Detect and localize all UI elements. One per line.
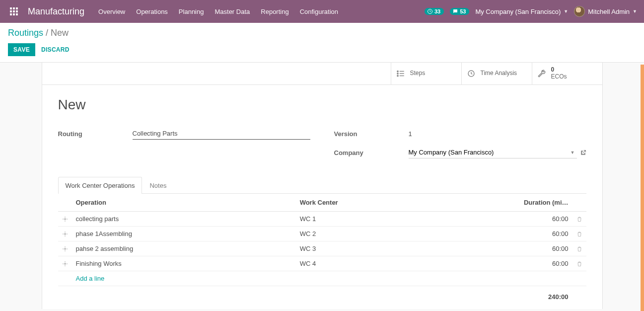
chat-icon (452, 8, 458, 14)
col-work-center: Work Center (296, 194, 518, 212)
breadcrumb: Routings / New (8, 28, 636, 38)
col-duration: Duration (mi… (518, 194, 572, 212)
svg-point-14 (397, 73, 398, 74)
cell-work-center: WC 1 (296, 212, 518, 227)
version-label: Version (334, 130, 409, 138)
col-operation: Operation (72, 194, 296, 212)
company-switcher[interactable]: My Company (San Francisco) ▼ (475, 8, 568, 15)
cell-operation: collecting parts (72, 212, 296, 227)
activity-badge[interactable]: 33 (425, 8, 444, 15)
cell-work-center: WC 2 (296, 227, 518, 241)
table-row[interactable]: collecting partsWC 160:00 (58, 212, 586, 227)
table-row[interactable]: phase 1AssemblingWC 260:00 (58, 227, 586, 241)
delete-row-icon[interactable] (572, 241, 586, 256)
breadcrumb-root[interactable]: Routings (8, 28, 43, 38)
stat-ecos-label: ECOs (551, 73, 567, 80)
svg-rect-3 (10, 10, 12, 12)
nav-reporting[interactable]: Reporting (256, 1, 293, 22)
total-duration: 240:00 (518, 286, 572, 305)
stat-ecos[interactable]: 0ECOs (532, 63, 602, 84)
stat-time-label: Time Analysis (481, 70, 517, 77)
discard-button[interactable]: Discard (41, 46, 70, 53)
svg-point-13 (397, 71, 398, 72)
company-input[interactable] (409, 147, 569, 158)
stat-ecos-count: 0 (551, 66, 555, 73)
cell-operation: Finishing Works (72, 256, 296, 271)
drag-handle-icon[interactable] (58, 227, 72, 241)
cell-operation: phase 1Assembling (72, 227, 296, 241)
stat-buttons: Steps Time Analysis 0ECOs (42, 63, 602, 85)
svg-rect-0 (10, 7, 12, 9)
svg-rect-7 (13, 13, 15, 15)
activity-count: 33 (434, 8, 440, 14)
breadcrumb-sep: / (46, 28, 48, 38)
company-select[interactable]: ▼ (409, 147, 577, 158)
chevron-down-icon: ▼ (633, 9, 637, 14)
svg-rect-2 (16, 7, 18, 9)
nav-master-data[interactable]: Master Data (210, 1, 255, 22)
list-icon (396, 69, 406, 78)
operations-table: Operation Work Center Duration (mi… coll… (58, 194, 586, 304)
clock-icon (427, 8, 433, 14)
svg-rect-4 (13, 10, 15, 12)
svg-rect-1 (13, 7, 15, 9)
app-brand[interactable]: Manufacturing (28, 6, 84, 17)
breadcrumb-current: New (51, 28, 69, 38)
chevron-down-icon: ▼ (564, 9, 568, 14)
save-button[interactable]: Save (8, 43, 35, 56)
stat-steps[interactable]: Steps (391, 63, 461, 84)
nav-menu: Overview Operations Planning Master Data… (93, 1, 343, 22)
messages-badge[interactable]: 53 (450, 8, 469, 15)
drag-handle-icon[interactable] (58, 256, 72, 271)
drag-handle-icon[interactable] (58, 241, 72, 256)
table-row[interactable]: Finishing WorksWC 460:00 (58, 256, 586, 271)
svg-rect-5 (16, 10, 18, 12)
cell-duration: 60:00 (518, 227, 572, 241)
company-name: My Company (San Francisco) (475, 8, 561, 15)
nav-configuration[interactable]: Configuration (295, 1, 343, 22)
svg-rect-8 (16, 13, 18, 15)
stat-steps-label: Steps (410, 70, 426, 77)
add-line-link[interactable]: Add a line (76, 275, 105, 282)
control-panel: Routings / New Save Discard (0, 23, 644, 63)
delete-row-icon[interactable] (572, 212, 586, 227)
nav-planning[interactable]: Planning (174, 1, 209, 22)
form-view: Steps Time Analysis 0ECOs New Rout (0, 63, 644, 309)
nav-overview[interactable]: Overview (93, 1, 130, 22)
svg-point-15 (397, 75, 398, 76)
drag-handle-icon[interactable] (58, 212, 72, 227)
user-name: Mitchell Admin (588, 8, 630, 15)
routing-label: Routing (58, 130, 133, 138)
chevron-down-icon[interactable]: ▼ (569, 150, 577, 155)
cell-operation: pahse 2 assembling (72, 241, 296, 256)
systray: 33 53 My Company (San Francisco) ▼ Mitch… (425, 6, 640, 17)
messages-count: 53 (460, 8, 466, 14)
scroll-indicator (641, 65, 644, 311)
nav-operations[interactable]: Operations (131, 1, 173, 22)
tabs: Work Center Operations Notes (58, 176, 586, 194)
cell-work-center: WC 4 (296, 256, 518, 271)
delete-row-icon[interactable] (572, 227, 586, 241)
delete-row-icon[interactable] (572, 256, 586, 271)
wrench-icon (537, 69, 547, 78)
company-label: Company (334, 149, 409, 156)
user-menu[interactable]: Mitchell Admin ▼ (574, 6, 637, 17)
cell-duration: 60:00 (518, 256, 572, 271)
version-value: 1 (409, 128, 586, 140)
svg-rect-6 (10, 13, 12, 15)
table-row[interactable]: pahse 2 assemblingWC 360:00 (58, 241, 586, 256)
apps-icon[interactable] (4, 0, 24, 23)
page-title: New (58, 97, 586, 113)
cell-work-center: WC 3 (296, 241, 518, 256)
cell-duration: 60:00 (518, 212, 572, 227)
clock-icon (467, 69, 477, 78)
routing-input[interactable] (133, 128, 310, 140)
avatar (574, 6, 585, 17)
tab-notes[interactable]: Notes (142, 177, 174, 194)
cell-duration: 60:00 (518, 241, 572, 256)
top-navbar: Manufacturing Overview Operations Planni… (0, 0, 644, 23)
stat-time-analysis[interactable]: Time Analysis (461, 63, 532, 84)
form-sheet: Steps Time Analysis 0ECOs New Rout (42, 63, 603, 309)
external-link-icon[interactable] (580, 150, 586, 156)
tab-work-center-operations[interactable]: Work Center Operations (58, 177, 143, 194)
